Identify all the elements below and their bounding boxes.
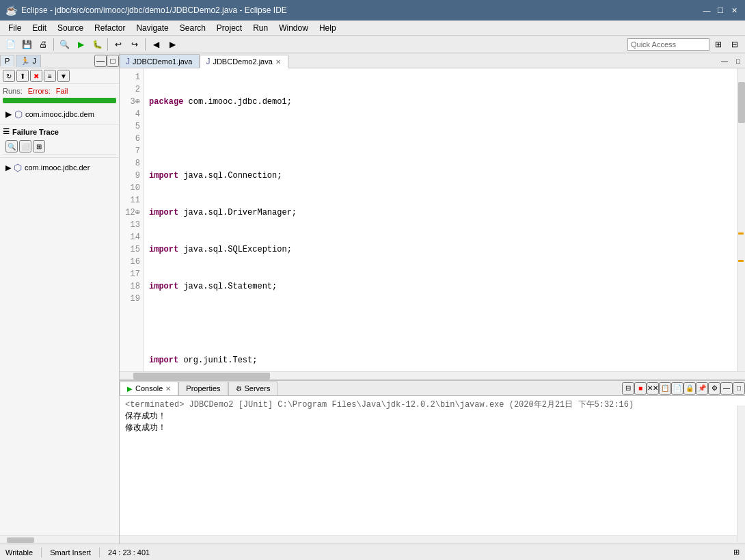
panel-btn-3[interactable]: ≡ [44,70,56,82]
eclipse-icon: ☕ [5,5,17,16]
menu-refactor[interactable]: Refactor [89,22,131,34]
tab-servers[interactable]: ⚙ Servers [228,382,278,395]
code-line-5: import java.sql.SQLException; [149,243,731,256]
tab-console[interactable]: ▶ Console ✕ [120,382,178,395]
line-numbers: 1 2 3⊕ 4 5 6 7 8 9 10 11 12⊕ 13 14 15 16… [120,68,144,371]
menu-navigate[interactable]: Navigate [131,22,174,34]
toolbar-prev-btn[interactable]: ◀ [148,37,163,52]
tab-jdbcdemo1[interactable]: J JDBCDemo1.java [120,54,200,68]
console-paste-btn[interactable]: 📄 [671,382,683,395]
bottom-tree-item[interactable]: ▶ ⬡ com.imooc.jdbc.der [3,161,116,174]
editor-minimize-btn[interactable]: — [718,54,731,68]
panel-minimize-btn[interactable]: — [94,55,107,67]
editor-maximize-btn[interactable]: □ [731,54,745,68]
bottom-tree-icon: ⬡ [14,162,22,173]
tab2-close-icon[interactable]: ✕ [275,58,281,66]
window-title: Eclipse - jdbc/src/com/imooc/jdbc/demo1/… [21,5,701,15]
close-button[interactable]: ✕ [729,5,740,16]
console-tab-close[interactable]: ✕ [165,385,171,392]
console-minimize-btn[interactable]: — [720,382,733,395]
j-tab-label: 🏃 J [21,57,36,65]
toolbar-views-btn[interactable]: ⊟ [727,37,742,52]
menu-help[interactable]: Help [314,22,342,34]
menu-project[interactable]: Project [211,22,247,34]
console-terminate-btn[interactable]: ✕✕ [647,382,659,395]
failure-btn-3[interactable]: ⊞ [33,140,45,152]
console-hscrollbar[interactable] [120,535,745,544]
tab-jdbcdemo2[interactable]: J JDBCDemo2.java ✕ [200,55,288,68]
menu-file[interactable]: File [3,22,27,34]
console-line-1: 保存成功！ [125,410,740,422]
line-num-12: 12⊕ [120,206,143,219]
class-icon: ⬡ [14,109,23,120]
code-line-7 [149,317,731,330]
panel-btn-filter[interactable]: ▼ [57,70,70,82]
panel-btn-1[interactable]: ↻ [3,70,15,82]
toolbar-redo-btn[interactable]: ↪ [127,37,142,52]
toolbar-run-btn[interactable]: ▶ [73,37,88,52]
line-num-1: 1 [120,71,143,83]
code-content[interactable]: package com.imooc.jdbc.demo1; import jav… [144,68,737,371]
editor-vscrollbar[interactable] [737,68,745,371]
panel-btn-2[interactable]: ⬆ [16,70,29,82]
toolbar-undo-btn[interactable]: ↩ [111,37,126,52]
panel-tab-package[interactable]: P [0,55,14,66]
console-scrolllock-btn[interactable]: 🔒 [683,382,696,395]
console-content[interactable]: <terminated> JDBCDemo2 [JUnit] C:\Progra… [120,396,745,535]
minimize-button[interactable]: — [701,5,712,16]
toolbar-next-btn[interactable]: ▶ [165,37,180,52]
editor-tabs: J JDBCDemo1.java J JDBCDemo2.java ✕ — □ [120,53,745,68]
console-copy-btn[interactable]: 📋 [659,382,671,395]
console-maximize-btn[interactable]: □ [733,382,745,395]
quick-access-box[interactable]: Quick Access [627,38,709,51]
code-editor[interactable]: 1 2 3⊕ 4 5 6 7 8 9 10 11 12⊕ 13 14 15 16… [120,68,745,371]
editor-vscrollbar-thumb[interactable] [738,82,745,123]
line-num-16: 16 [120,256,143,268]
junit-status: Runs: Errors: Fail [3,87,116,95]
panel-tab-j[interactable]: 🏃 J [16,55,41,67]
code-line-6: import java.sql.Statement; [149,280,731,293]
left-panel-scrollbar[interactable] [0,535,119,544]
failure-trace-header: ☰ Failure Trace [3,127,116,136]
failure-btn-1[interactable]: 🔍 [5,140,18,152]
console-pin-btn[interactable]: 📌 [696,382,708,395]
toolbar-print-btn[interactable]: 🖨 [36,37,51,52]
menu-edit[interactable]: Edit [27,22,52,34]
line-num-13: 13 [120,219,143,231]
toolbar-save-btn[interactable]: 💾 [19,37,34,52]
console-clear-btn[interactable]: ⊟ [622,382,634,395]
toolbar-debug-btn[interactable]: 🐛 [90,37,105,52]
main-layout: P 🏃 J — □ ↻ ⬆ ✖ ≡ ▼ Runs: Errors: Fail [0,53,745,544]
menu-source[interactable]: Source [52,22,89,34]
tree-item-demo[interactable]: ▶ ⬡ com.imooc.jdbc.dem [3,107,116,121]
line-num-4: 4 [120,108,143,120]
scroll-marker-2 [738,260,744,262]
toolbar-persp-btn[interactable]: ⊞ [711,37,726,52]
bottom-tree-label: com.imooc.jdbc.der [25,163,90,172]
console-icon: ▶ [127,385,133,392]
editor-hscrollbar[interactable] [120,371,745,379]
code-line-2 [149,133,731,145]
menu-search[interactable]: Search [174,22,211,34]
line-num-8: 8 [120,157,143,170]
tree-expand-icon: ▶ [5,109,12,119]
menu-run[interactable]: Run [247,22,273,34]
failure-trace-icon: ☰ [3,127,10,136]
failure-btn-2[interactable]: ⬜ [19,140,31,152]
line-num-7: 7 [120,145,143,157]
console-stop-btn[interactable]: ■ [634,382,647,395]
maximize-button[interactable]: ☐ [715,5,726,16]
line-num-2: 2 [120,83,143,96]
tab-properties[interactable]: Properties [178,382,228,395]
console-settings-btn[interactable]: ⚙ [708,382,720,395]
editor-hscrollbar-thumb[interactable] [133,373,270,379]
line-num-15: 15 [120,243,143,256]
panel-btn-error[interactable]: ✖ [30,70,42,82]
panel-maximize-btn[interactable]: □ [107,55,119,67]
toolbar-search-btn[interactable]: 🔍 [57,37,72,52]
line-num-17: 17 [120,268,143,280]
status-position: 24 : 23 : 401 [108,548,150,557]
menu-window[interactable]: Window [273,22,314,34]
toolbar-new-btn[interactable]: 📄 [3,37,18,52]
console-vscrollbar[interactable] [737,405,745,542]
